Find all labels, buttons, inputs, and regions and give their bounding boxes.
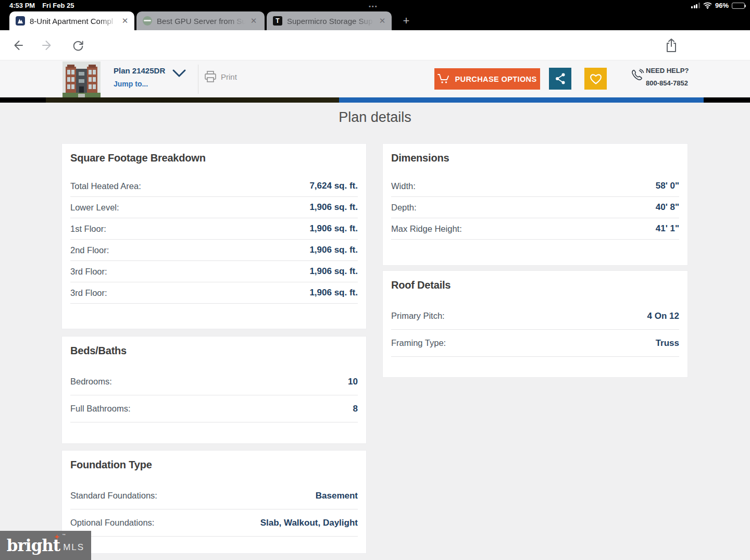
spec-label: 1st Floor:: [70, 224, 106, 234]
plan-thumbnail[interactable]: [63, 61, 101, 97]
tab-title: 8-Unit Apartment Compl: [30, 17, 117, 26]
spec-row: Lower Level: 1,906 sq. ft.: [70, 197, 358, 218]
share-page-icon[interactable]: [664, 38, 679, 53]
spec-label: Depth:: [391, 203, 417, 213]
spec-row: Bedrooms: 10: [70, 368, 358, 395]
plan-number: Plan 21425DR: [114, 66, 165, 75]
forward-button[interactable]: [40, 38, 55, 53]
close-tab-icon[interactable]: ✕: [249, 16, 258, 26]
back-button[interactable]: [10, 38, 26, 53]
status-bar: 4:53 PM Fri Feb 25 ••• 96%: [0, 0, 750, 11]
need-help-block[interactable]: NEED HELP? 800-854-7852: [646, 67, 689, 87]
square-footage-card: Square Footage Breakdown Total Heated Ar…: [61, 143, 367, 329]
spec-row: 3rd Floor: 1,906 sq. ft.: [70, 282, 358, 304]
plan-details-section: Plan details Square Footage Breakdown To…: [0, 103, 750, 560]
bright-logo: bright✦™: [7, 538, 60, 554]
t-letter-favicon-icon: T: [273, 16, 282, 26]
cellular-signal-icon: [691, 3, 700, 8]
section-progress-bar: [339, 97, 704, 103]
spec-value: 1,906 sq. ft.: [309, 202, 358, 213]
spec-value: 1,906 sq. ft.: [309, 245, 358, 255]
tab-supermicro-storage[interactable]: T Supermicro Storage Sup ✕: [267, 11, 392, 30]
spec-label: Lower Level:: [70, 203, 119, 213]
phone-number[interactable]: 800-854-7852: [646, 79, 689, 87]
spec-value: Slab, Walkout, Daylight: [260, 518, 358, 528]
dimensions-card: Dimensions Width: 58' 0" Depth: 40' 8" M…: [382, 143, 688, 266]
spec-label: Primary Pitch:: [391, 311, 445, 321]
purchase-options-button[interactable]: PURCHASE OPTIONS: [434, 68, 540, 90]
spec-label: Bedrooms:: [70, 377, 112, 387]
phone-icon: [630, 69, 644, 83]
card-title: Foundation Type: [70, 459, 358, 471]
roof-details-card: Roof Details Primary Pitch: 4 On 12 Fram…: [382, 270, 688, 378]
spec-label: 3rd Floor:: [70, 267, 107, 277]
tab-title: Best GPU Server from Su: [157, 17, 245, 26]
spec-label: Max Ridge Height:: [391, 224, 462, 234]
gpu-site-favicon-icon: [143, 16, 152, 26]
spec-label: Full Bathrooms:: [70, 404, 131, 414]
mls-label: MLS: [63, 542, 84, 553]
share-plan-button[interactable]: [549, 68, 571, 90]
new-tab-button[interactable]: +: [396, 11, 417, 30]
spec-row: 2nd Floor: 1,906 sq. ft.: [70, 240, 358, 261]
spec-value: 1,906 sq. ft.: [309, 266, 358, 277]
close-tab-icon[interactable]: ✕: [121, 16, 129, 26]
favorite-button[interactable]: [584, 68, 607, 90]
card-title: Dimensions: [391, 152, 679, 164]
spec-value: 4 On 12: [647, 311, 679, 321]
spec-value: Truss: [656, 338, 679, 349]
wifi-icon: [703, 2, 712, 9]
spec-row: Total Heated Area: 7,624 sq. ft.: [70, 176, 358, 197]
share-nodes-icon: [555, 72, 566, 85]
tab-apartment-complex[interactable]: 8-Unit Apartment Compl ✕: [9, 11, 134, 30]
spec-value: 1,906 sq. ft.: [309, 223, 358, 234]
card-title: Square Footage Breakdown: [70, 152, 358, 164]
architectural-designs-favicon-icon: [16, 16, 25, 26]
tab-title: Supermicro Storage Sup: [287, 17, 374, 26]
heart-icon: [589, 73, 603, 85]
hero-image-edge: [46, 97, 339, 103]
cart-icon: [438, 73, 450, 84]
star-icon: ✦: [54, 534, 59, 540]
jump-to-link[interactable]: Jump to...: [114, 80, 165, 88]
close-tab-icon[interactable]: ✕: [378, 16, 386, 26]
battery-icon: [732, 3, 745, 9]
spec-label: Width:: [391, 181, 416, 191]
need-help-label: NEED HELP?: [646, 67, 689, 74]
browser-toolbar: architecturaldesigns.com 3 •••: [0, 30, 750, 60]
spec-value: 8: [353, 404, 358, 414]
tab-gpu-server[interactable]: Best GPU Server from Su ✕: [136, 11, 265, 30]
spec-value: Basement: [316, 491, 358, 501]
spec-row: 3rd Floor: 1,906 sq. ft.: [70, 261, 358, 282]
beds-baths-card: Beds/Baths Bedrooms: 10 Full Bathrooms: …: [61, 336, 367, 444]
reload-button[interactable]: [70, 38, 86, 53]
bright-mls-watermark: bright✦™ MLS: [0, 531, 91, 560]
spec-row: Max Ridge Height: 41' 1": [391, 218, 679, 240]
print-label: Print: [221, 72, 237, 81]
spec-value: 7,624 sq. ft.: [309, 181, 358, 191]
spec-label: Optional Foundations:: [70, 518, 154, 528]
card-title: Beds/Baths: [70, 345, 358, 357]
spec-value: 41' 1": [656, 223, 679, 234]
spec-label: Framing Type:: [391, 338, 446, 348]
spec-row: Full Bathrooms: 8: [70, 395, 358, 422]
battery-percent: 96%: [715, 2, 729, 9]
spec-label: 3rd Floor:: [70, 288, 107, 298]
print-button[interactable]: Print: [204, 71, 237, 83]
chevron-down-icon[interactable]: [172, 69, 186, 78]
purchase-label: PURCHASE OPTIONS: [455, 75, 536, 83]
tab-strip: 8-Unit Apartment Compl ✕ Best GPU Server…: [0, 11, 750, 30]
spec-row: Optional Foundations: Slab, Walkout, Day…: [70, 509, 358, 537]
spec-row: 1st Floor: 1,906 sq. ft.: [70, 218, 358, 240]
spec-row: Framing Type: Truss: [391, 330, 679, 357]
spec-value: 40' 8": [656, 202, 679, 213]
foundation-type-card: Foundation Type Standard Foundations: Ba…: [61, 450, 367, 554]
spec-label: Standard Foundations:: [70, 491, 157, 501]
date: Fri Feb 25: [42, 2, 74, 9]
spec-row: Width: 58' 0": [391, 176, 679, 197]
spec-value: 58' 0": [656, 181, 679, 191]
spec-value: 10: [348, 377, 358, 387]
multitask-dots-icon: •••: [369, 3, 378, 9]
printer-icon: [204, 71, 217, 83]
page-title: Plan details: [0, 109, 750, 126]
